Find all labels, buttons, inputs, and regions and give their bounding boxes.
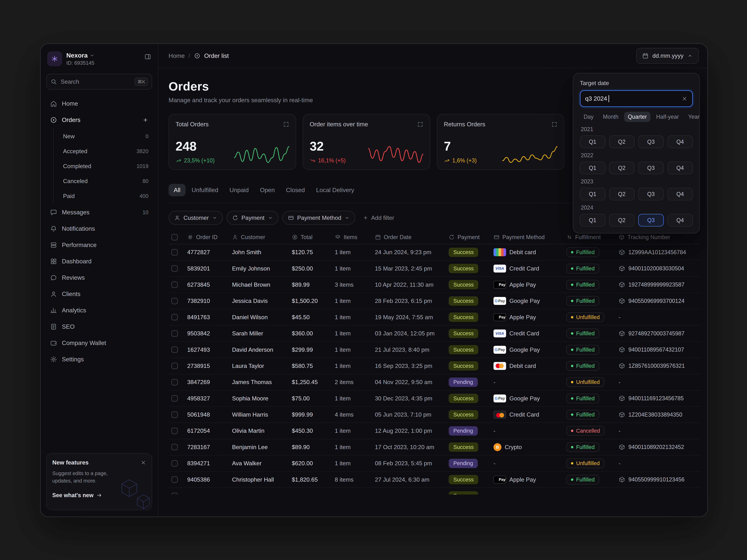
quarter-2023-q1[interactable]: Q1 <box>580 188 606 201</box>
sidebar-item-notifications[interactable]: Notifications <box>46 221 152 236</box>
quarter-2022-q3[interactable]: Q3 <box>638 162 664 174</box>
column-header-payment-method[interactable]: Payment Method <box>491 234 564 240</box>
plus-icon[interactable] <box>143 117 149 123</box>
table-row[interactable]: 2738915Laura Taylor$580.751 item16 Sep 2… <box>169 358 701 374</box>
quarter-2024-q2[interactable]: Q2 <box>609 214 635 226</box>
granularity-tab-quarter[interactable]: Quarter <box>624 112 650 122</box>
granularity-tab-month[interactable]: Month <box>599 112 622 122</box>
granularity-tab-half-year[interactable]: Half-year <box>652 112 682 122</box>
row-checkbox[interactable] <box>171 363 178 369</box>
table-row[interactable]: 5061948William Harris$999.994 items05 Ju… <box>169 407 701 423</box>
row-checkbox[interactable] <box>171 460 178 466</box>
quarter-2023-q2[interactable]: Q2 <box>609 188 635 201</box>
column-header-items[interactable]: Items <box>332 234 372 240</box>
row-checkbox[interactable] <box>171 346 178 353</box>
tab-unpaid[interactable]: Unpaid <box>225 184 254 196</box>
table-row[interactable]: 5839201Emily Johnson$250.001 item15 Mar … <box>169 261 701 277</box>
quarter-2022-q1[interactable]: Q1 <box>580 162 606 174</box>
table-row[interactable]: 4958327Sophia Moore$75.001 item30 Dec 20… <box>169 391 701 407</box>
row-checkbox[interactable] <box>171 395 178 402</box>
sidebar-item-canceled[interactable]: Canceled80 <box>59 174 152 189</box>
quarter-2021-q3[interactable]: Q3 <box>638 135 664 148</box>
sidebar-item-analytics[interactable]: Analytics <box>46 303 152 318</box>
filter-chip-payment-method[interactable]: Payment Method <box>282 211 355 225</box>
column-header-order-date[interactable]: Order Date <box>372 234 446 240</box>
sidebar-item-messages[interactable]: Messages10 <box>46 205 152 220</box>
granularity-tab-day[interactable]: Day <box>580 112 597 122</box>
tab-open[interactable]: Open <box>255 184 280 196</box>
quarter-2023-q3[interactable]: Q3 <box>638 188 664 201</box>
row-checkbox[interactable] <box>171 444 178 450</box>
quarter-2022-q4[interactable]: Q4 <box>668 162 693 174</box>
sidebar-item-home[interactable]: Home <box>46 96 152 111</box>
sidebar-item-paid[interactable]: Paid400 <box>59 189 152 204</box>
target-date-input[interactable]: q3 2024 <box>580 90 693 107</box>
quarter-2022-q2[interactable]: Q2 <box>609 162 635 174</box>
row-checkbox[interactable] <box>171 298 178 304</box>
table-row[interactable]: 6273845Michael Brown$89.993 items10 Apr … <box>169 277 701 293</box>
table-row[interactable]: 7382910Jessica Davis$1,500.201 item28 Fe… <box>169 293 701 309</box>
filter-chip-customer[interactable]: Customer <box>169 211 223 225</box>
sidebar-item-reviews[interactable]: Reviews <box>46 270 152 285</box>
column-header-total[interactable]: Total <box>289 234 332 240</box>
table-row[interactable]: 4772827John Smith$120.751 item24 Jun 202… <box>169 244 701 261</box>
row-checkbox[interactable] <box>171 249 178 256</box>
sidebar-item-completed[interactable]: Completed1019 <box>59 159 152 174</box>
sidebar-item-settings[interactable]: Settings <box>46 352 152 367</box>
sidebar-item-clients[interactable]: Clients <box>46 287 152 301</box>
column-header-tracking-number[interactable]: Tracking Number <box>616 234 701 240</box>
sidebar-item-new[interactable]: New0 <box>59 129 152 144</box>
sidebar-item-accepted[interactable]: Accepted3820 <box>59 144 152 159</box>
row-checkbox[interactable] <box>171 265 178 272</box>
quarter-2021-q4[interactable]: Q4 <box>668 135 693 148</box>
column-header-order-id[interactable]: Order ID <box>184 234 229 240</box>
quarter-2024-q1[interactable]: Q1 <box>580 214 606 226</box>
sidebar-item-performance[interactable]: Performance <box>46 238 152 252</box>
expand-icon[interactable] <box>417 121 423 127</box>
sidebar-item-seo[interactable]: SEO <box>46 319 152 334</box>
row-checkbox[interactable] <box>171 379 178 385</box>
row-checkbox[interactable] <box>171 411 178 418</box>
add-filter-button[interactable]: Add filter <box>359 214 398 221</box>
table-row[interactable]: 9503842Sarah Miller$360.001 item03 Jan 2… <box>169 326 701 342</box>
row-checkbox[interactable] <box>171 314 178 320</box>
date-format-button[interactable]: dd.mm.yyyy <box>636 48 699 64</box>
column-header-fulfillment[interactable]: Fulfillment <box>564 234 616 240</box>
row-checkbox[interactable] <box>171 330 178 337</box>
tab-local-delivery[interactable]: Local Delivery <box>311 184 359 196</box>
table-row[interactable]: 1627493David Anderson$299.991 item21 Jul… <box>169 342 701 358</box>
table-row[interactable]: 3847269James Thomas$1,250.452 items04 No… <box>169 374 701 391</box>
expand-icon[interactable] <box>283 121 289 127</box>
sidebar-item-orders[interactable]: Orders <box>46 112 152 127</box>
breadcrumb-home[interactable]: Home <box>169 52 185 59</box>
row-checkbox[interactable] <box>171 492 178 495</box>
tab-all[interactable]: All <box>169 184 185 196</box>
close-icon[interactable] <box>140 460 146 465</box>
table-row-partial[interactable]: Success <box>169 488 701 495</box>
granularity-tab-year[interactable]: Year <box>685 112 703 122</box>
expand-icon[interactable] <box>551 121 558 127</box>
tab-unfulfilled[interactable]: Unfulfilled <box>186 184 223 196</box>
add-order-icon[interactable] <box>143 117 149 123</box>
row-checkbox[interactable] <box>171 428 178 434</box>
row-checkbox[interactable] <box>171 282 178 288</box>
clear-date-icon[interactable] <box>681 96 688 102</box>
select-all-checkbox[interactable] <box>171 234 178 240</box>
quarter-2024-q4[interactable]: Q4 <box>668 214 693 226</box>
sidebar-item-company-wallet[interactable]: Company Wallet <box>46 336 152 350</box>
tab-closed[interactable]: Closed <box>281 184 310 196</box>
row-checkbox[interactable] <box>171 476 178 483</box>
quarter-2024-q3[interactable]: Q3 <box>638 214 664 226</box>
sidebar-item-dashboard[interactable]: Dashboard <box>46 254 152 269</box>
table-row[interactable]: 8394271Ava Walker$620.001 item08 Feb 202… <box>169 455 701 472</box>
quarter-2023-q4[interactable]: Q4 <box>668 188 693 201</box>
workspace-switcher[interactable]: Nexora ID: 6935145 <box>47 51 95 66</box>
table-row[interactable]: 9405386Christopher Hall$1,820.658 items2… <box>169 472 701 488</box>
filter-chip-payment[interactable]: Payment <box>227 211 279 225</box>
collapse-sidebar-icon[interactable] <box>144 53 151 62</box>
table-row[interactable]: 6172054Olivia Martin$450.301 item12 Aug … <box>169 423 701 439</box>
table-row[interactable]: 8491763Daniel Wilson$45.501 item19 May 2… <box>169 310 701 326</box>
quarter-2021-q2[interactable]: Q2 <box>609 135 635 148</box>
quarter-2021-q1[interactable]: Q1 <box>580 135 606 148</box>
column-header-payment[interactable]: Payment <box>446 234 491 240</box>
